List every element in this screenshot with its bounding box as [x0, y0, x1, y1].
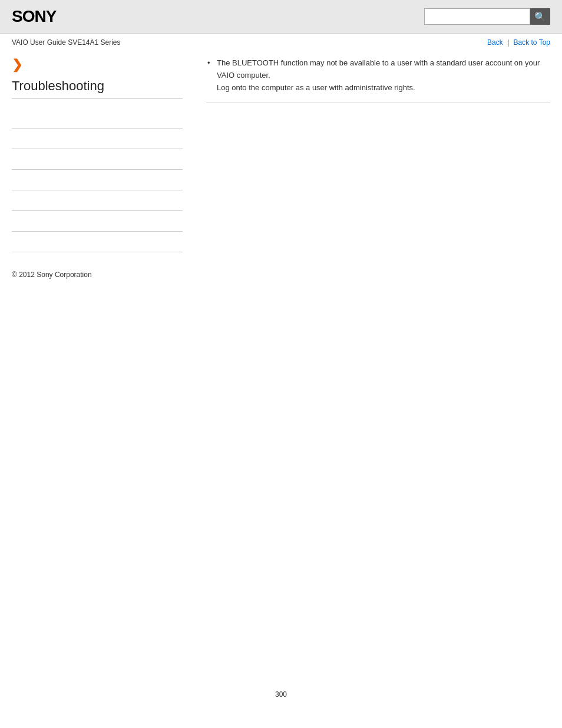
search-input[interactable]	[424, 8, 530, 25]
sidebar: ❯ Troubleshooting	[12, 57, 194, 252]
list-item	[12, 211, 183, 232]
list-item: The BLUETOOTH function may not be availa…	[206, 57, 550, 94]
sony-logo: SONY	[12, 7, 56, 26]
search-area: 🔍	[424, 8, 550, 25]
sidebar-link-7[interactable]	[12, 240, 183, 248]
back-to-top-link[interactable]: Back to Top	[514, 38, 550, 47]
sidebar-link-1[interactable]	[12, 116, 183, 124]
page-number: 300	[0, 678, 562, 710]
main-content: ❯ Troubleshooting	[0, 51, 562, 258]
sidebar-links	[12, 108, 183, 252]
list-item	[12, 232, 183, 252]
copyright: © 2012 Sony Corporation	[12, 271, 92, 279]
section-title: Troubleshooting	[12, 78, 183, 99]
guide-title: VAIO User Guide SVE14A1 Series	[12, 38, 121, 47]
bullet-text-main: The BLUETOOTH function may not be availa…	[217, 57, 550, 82]
list-item	[12, 108, 183, 129]
list-item	[12, 149, 183, 170]
sidebar-link-2[interactable]	[12, 137, 183, 145]
sidebar-link-5[interactable]	[12, 199, 183, 207]
chevron-icon: ❯	[12, 57, 183, 73]
breadcrumb-nav: Back | Back to Top	[487, 38, 550, 47]
list-item	[12, 190, 183, 211]
sidebar-link-6[interactable]	[12, 219, 183, 228]
search-icon: 🔍	[534, 11, 546, 22]
content-section: The BLUETOOTH function may not be availa…	[206, 57, 550, 103]
footer: © 2012 Sony Corporation	[0, 258, 562, 285]
bullet-text-sub: Log onto the computer as a user with adm…	[217, 82, 550, 94]
search-button[interactable]: 🔍	[530, 8, 550, 25]
back-link[interactable]: Back	[487, 38, 503, 47]
content-area: The BLUETOOTH function may not be availa…	[194, 57, 550, 252]
header: SONY 🔍	[0, 0, 562, 34]
bullet-list: The BLUETOOTH function may not be availa…	[206, 57, 550, 94]
sidebar-link-4[interactable]	[12, 178, 183, 186]
list-item	[12, 129, 183, 149]
breadcrumb-bar: VAIO User Guide SVE14A1 Series Back | Ba…	[0, 34, 562, 51]
sidebar-link-3[interactable]	[12, 157, 183, 166]
breadcrumb-separator: |	[507, 38, 509, 47]
list-item	[12, 170, 183, 190]
